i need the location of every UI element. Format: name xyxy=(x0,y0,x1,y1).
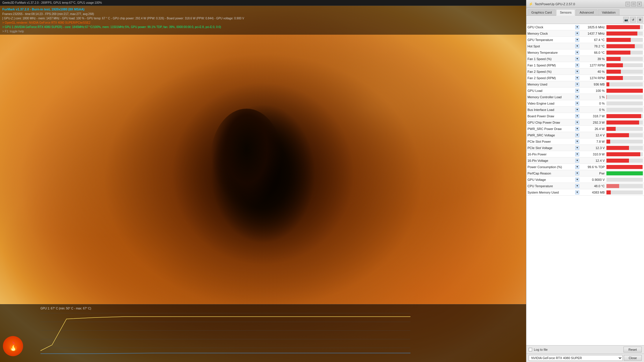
sensor-row: Fan 2 Speed (RPM)▼1274 RPM xyxy=(526,75,644,81)
sensor-dropdown-btn[interactable]: ▼ xyxy=(575,184,579,188)
tab-advanced[interactable]: Advanced xyxy=(576,9,597,15)
sensor-dropdown-btn[interactable]: ▼ xyxy=(575,89,579,93)
camera-icon[interactable]: 📷 xyxy=(623,17,629,23)
tab-graphics-card[interactable]: Graphics Card xyxy=(528,9,556,15)
sensor-name: System Memory Used xyxy=(528,191,575,194)
sensor-name: Fan 2 Speed (%) xyxy=(528,70,575,73)
sensor-dropdown-btn[interactable]: ▼ xyxy=(575,114,579,118)
sensor-value: 1437.7 MHz xyxy=(580,32,606,35)
sensor-bar xyxy=(606,51,630,55)
game-viewport: Geeks3D FurMark v1.37.2.0 - 269FPS, GPU1… xyxy=(0,0,526,362)
sensor-bar-container xyxy=(606,51,643,55)
sensor-value: 12.3 V xyxy=(580,146,606,150)
sensor-dropdown-btn[interactable]: ▼ xyxy=(575,127,579,131)
sensor-dropdown-btn[interactable]: ▼ xyxy=(575,120,579,125)
sensor-value: 1 % xyxy=(580,95,606,99)
sensor-name: Memory Temperature xyxy=(528,51,575,54)
sensor-bar-container xyxy=(606,133,643,137)
sensor-dropdown-btn[interactable]: ▼ xyxy=(575,190,579,194)
sensor-dropdown-btn[interactable]: ▼ xyxy=(575,25,579,29)
sensor-dropdown-btn[interactable]: ▼ xyxy=(575,76,579,80)
sensor-value: 48.0 °C xyxy=(580,184,606,188)
sensor-dropdown-btn[interactable]: ▼ xyxy=(575,95,579,99)
sensor-dropdown-btn[interactable]: ▼ xyxy=(575,51,579,55)
sensor-dropdown-btn[interactable]: ▼ xyxy=(575,171,579,175)
close-main-button[interactable]: Close xyxy=(624,355,642,361)
gpuz-footer: Log to file Reset xyxy=(526,345,644,354)
gpuz-panel: ⚡ TechPowerUp GPU-Z 2.57.0 − □ × Graphic… xyxy=(526,0,644,362)
gpu-select-dropdown[interactable]: NVIDIA GeForce RTX 4080 SUPER xyxy=(529,355,623,361)
sensor-bar xyxy=(606,165,643,169)
sensor-row: Memory Used▼936 MB xyxy=(526,81,644,88)
sensor-name: GPU Clock xyxy=(528,25,575,29)
sensor-bar-container xyxy=(606,63,643,67)
sensor-row: Fan 1 Speed (RPM)▼1277 RPM xyxy=(526,62,644,68)
reset-button[interactable]: Reset xyxy=(623,347,642,352)
gpuz-title: ⚡ TechPowerUp GPU-Z 2.57.0 xyxy=(529,2,575,6)
sensor-bar-container xyxy=(606,38,643,42)
sensor-bar-container xyxy=(606,114,643,118)
log-to-file-checkbox[interactable] xyxy=(529,348,532,351)
sensor-value: 40 % xyxy=(580,70,606,73)
sensor-value: 39 % xyxy=(580,57,606,61)
sensor-value: 7.8 W xyxy=(580,140,606,143)
sensor-row: PCIe Slot Power▼7.8 W xyxy=(526,138,644,145)
sensor-bar-container xyxy=(606,44,643,48)
sensor-bar-container xyxy=(606,140,643,144)
sensor-value: 12.4 V xyxy=(580,133,606,137)
sensor-bar xyxy=(606,120,639,125)
sensor-value: 310.9 W xyxy=(580,153,606,156)
refresh-icon[interactable]: ↺ xyxy=(630,17,636,23)
sensor-bar xyxy=(606,127,616,131)
settings-icon[interactable]: ⚙ xyxy=(637,17,643,23)
sensor-dropdown-btn[interactable]: ▼ xyxy=(575,165,579,169)
sensor-dropdown-btn[interactable]: ▼ xyxy=(575,108,579,112)
sensor-dropdown-btn[interactable]: ▼ xyxy=(575,63,579,67)
sensor-row: Power Consumption (%)▼99.6 % TDP xyxy=(526,164,644,170)
tab-validation[interactable]: Validation xyxy=(598,9,619,15)
sensor-dropdown-btn[interactable]: ▼ xyxy=(575,57,579,61)
sensor-dropdown-btn[interactable]: ▼ xyxy=(575,152,579,156)
furmark-logo: 🔥 xyxy=(3,336,26,359)
sensor-value: 0 % xyxy=(580,108,606,112)
sensor-dropdown-btn[interactable]: ▼ xyxy=(575,82,579,86)
sensor-row: PCIe Slot Voltage▼12.3 V xyxy=(526,145,644,151)
sensor-name: Board Power Draw xyxy=(528,114,575,118)
sensor-dropdown-btn[interactable]: ▼ xyxy=(575,101,579,105)
sensor-value: 292.3 W xyxy=(580,121,606,124)
sensor-bar-container xyxy=(606,108,643,112)
sensor-name: GPU Temperature xyxy=(528,38,575,42)
sensor-bar xyxy=(606,82,609,86)
sensor-value: 66.0 °C xyxy=(580,51,606,54)
tab-sensors[interactable]: Sensors xyxy=(556,9,575,16)
sensor-dropdown-btn[interactable]: ▼ xyxy=(575,146,579,150)
sensor-name: Memory Used xyxy=(528,83,575,86)
sensor-dropdown-btn[interactable]: ▼ xyxy=(575,70,579,74)
sensor-bar-container xyxy=(606,159,643,163)
gpuz-titlebar-controls: − □ × xyxy=(626,2,642,6)
sensor-name: CPU Temperature xyxy=(528,184,575,188)
sensor-dropdown-btn[interactable]: ▼ xyxy=(575,44,579,48)
sensor-bar-container xyxy=(606,171,643,175)
minimize-button[interactable]: − xyxy=(626,2,630,6)
close-button[interactable]: × xyxy=(637,2,642,6)
sensor-bar xyxy=(606,152,640,156)
sensor-bar-container xyxy=(606,76,643,80)
sensor-value: 100 % xyxy=(580,89,606,92)
sensor-dropdown-btn[interactable]: ▼ xyxy=(575,133,579,137)
gpu-select-bar: NVIDIA GeForce RTX 4080 SUPER Close xyxy=(526,354,644,362)
sensor-row: Video Engine Load▼0 % xyxy=(526,100,644,107)
gpuz-tabs: Graphics Card Sensors Advanced Validatio… xyxy=(526,8,644,16)
sensor-dropdown-btn[interactable]: ▼ xyxy=(575,140,579,144)
sensor-name: PWR_SRC Voltage xyxy=(528,133,575,137)
sensor-bar xyxy=(606,184,619,188)
sensor-row: GPU Load▼100 % xyxy=(526,88,644,94)
sensor-bar-container xyxy=(606,146,643,150)
topbar: Geeks3D FurMark v1.37.2.0 - 269FPS, GPU1… xyxy=(0,0,526,6)
sensor-row: PWR_SRC Power Draw▼26.4 W xyxy=(526,126,644,132)
maximize-button[interactable]: □ xyxy=(631,2,636,6)
sensor-dropdown-btn[interactable]: ▼ xyxy=(575,38,579,42)
sensor-dropdown-btn[interactable]: ▼ xyxy=(575,159,579,163)
sensor-dropdown-btn[interactable]: ▼ xyxy=(575,31,579,36)
sensor-dropdown-btn[interactable]: ▼ xyxy=(575,178,579,182)
